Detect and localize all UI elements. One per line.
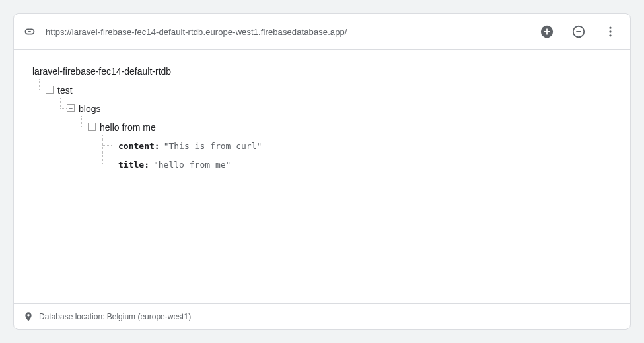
database-card: https://laravel-firebase-fec14-default-r… bbox=[13, 13, 631, 330]
link-icon bbox=[14, 24, 46, 39]
collapse-toggle[interactable]: − bbox=[88, 123, 96, 131]
node-label[interactable]: blogs bbox=[75, 104, 100, 114]
add-button[interactable] bbox=[531, 16, 563, 47]
location-icon bbox=[23, 311, 34, 322]
remove-button[interactable] bbox=[563, 16, 594, 47]
svg-point-4 bbox=[609, 34, 611, 36]
data-tree: − test − blogs − hello from me bbox=[32, 83, 614, 172]
leaf-key[interactable]: title bbox=[114, 160, 149, 170]
collapse-toggle[interactable]: − bbox=[46, 86, 54, 94]
node-label[interactable]: hello from me bbox=[96, 122, 156, 133]
svg-point-3 bbox=[609, 30, 611, 32]
root-node[interactable]: laravel-firebase-fec14-default-rtdb bbox=[32, 66, 171, 79]
card-footer: Database location: Belgium (europe-west1… bbox=[14, 303, 630, 329]
tree-leaf-content: content "This is from curl" bbox=[96, 139, 614, 153]
more-menu-button[interactable] bbox=[594, 16, 626, 47]
collapse-toggle[interactable]: − bbox=[67, 104, 75, 112]
database-url[interactable]: https://laravel-firebase-fec14-default-r… bbox=[46, 27, 531, 37]
tree-node-blogs: − blogs − hello from me content bbox=[54, 102, 614, 172]
node-label[interactable]: test bbox=[54, 85, 73, 96]
tree-body: laravel-firebase-fec14-default-rtdb − te… bbox=[14, 50, 630, 303]
plus-circle-icon bbox=[540, 24, 554, 39]
tree-leaf-title: title "hello from me" bbox=[96, 157, 614, 172]
card-header: https://laravel-firebase-fec14-default-r… bbox=[14, 14, 630, 50]
location-text: Database location: Belgium (europe-west1… bbox=[39, 312, 191, 321]
more-vert-icon bbox=[604, 25, 617, 38]
leaf-key[interactable]: content bbox=[114, 141, 160, 151]
tree-node-test: − test − blogs − hello from me bbox=[32, 83, 614, 172]
tree-node-hello-from-me: − hello from me content "This is from cu… bbox=[75, 120, 614, 172]
leaf-value[interactable]: "This is from curl" bbox=[160, 141, 262, 151]
svg-point-2 bbox=[609, 27, 611, 29]
minus-circle-icon bbox=[571, 24, 586, 39]
leaf-value[interactable]: "hello from me" bbox=[149, 160, 231, 170]
